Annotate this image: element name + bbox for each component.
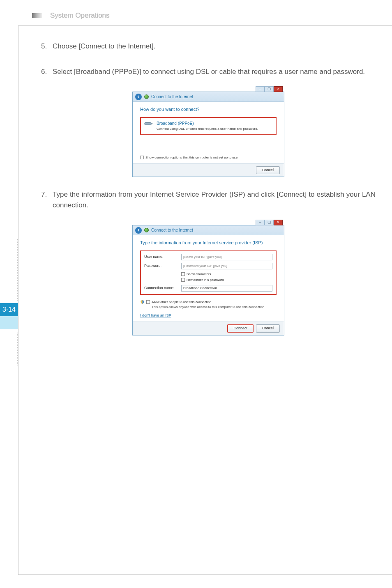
step-7: 7. Type the information from your Intern…: [41, 189, 376, 210]
window-maximize-button-2[interactable]: ▢: [265, 220, 274, 225]
show-other-options-label: Show connection options that this comput…: [145, 155, 238, 160]
allow-others-label: Allow other people to use this connectio…: [152, 300, 211, 305]
connection-name-label: Connection name:: [144, 285, 181, 291]
svg-rect-0: [145, 123, 151, 125]
show-chars-row: Show characters: [144, 272, 272, 277]
step-6: 6. Select [Broadband (PPPoE)] to connect…: [41, 67, 376, 77]
remember-label: Remember this password: [187, 278, 224, 283]
username-label: User name:: [144, 254, 181, 260]
shield-icon: [140, 300, 145, 304]
margin-dotted-bottom: [17, 333, 18, 365]
dialog1-heading: How do you want to connect?: [140, 106, 277, 113]
dialog-isp-info: – ▢ × Connect to the Internet Type the i…: [132, 225, 284, 335]
username-row: User name: [Name your ISP gave you]: [144, 254, 272, 260]
password-placeholder: [Password your ISP gave you]: [183, 264, 227, 269]
dialog1-title: Connect to the Internet: [151, 94, 193, 100]
step-5: 5. Choose [Connect to the Internet].: [41, 41, 376, 52]
dialog2-cancel-button[interactable]: Cancel: [256, 324, 280, 333]
remember-row: Remember this password: [144, 278, 272, 283]
back-button-2[interactable]: [135, 227, 142, 234]
arrow-left-icon: [137, 228, 141, 232]
connect-button[interactable]: Connect: [227, 324, 254, 333]
step-7-number: 7.: [41, 189, 53, 210]
connection-name-value: Broadband Connection: [183, 286, 217, 291]
dialog1-footer: Cancel: [133, 163, 284, 177]
dialog2-footer: Connect Cancel: [133, 322, 284, 335]
isp-form: User name: [Name your ISP gave you] Pass…: [140, 250, 277, 295]
no-isp-row: I don't have an ISP: [140, 313, 277, 319]
remember-checkbox[interactable]: Remember this password: [181, 278, 224, 283]
step-7-text: Type the information from your Internet …: [53, 189, 376, 210]
show-chars-label: Show characters: [187, 272, 211, 277]
content-area: 5. Choose [Connect to the Internet]. 6. …: [41, 41, 376, 340]
connection-name-input[interactable]: Broadband Connection: [181, 285, 272, 292]
show-other-options-row[interactable]: Show connection options that this comput…: [140, 155, 277, 160]
checkbox-icon[interactable]: [146, 300, 150, 304]
step-5-text: Choose [Connect to the Internet].: [53, 41, 376, 52]
dialog2-titlebar: Connect to the Internet: [133, 225, 284, 235]
broadband-option-title: Broadband (PPPoE): [157, 120, 258, 126]
page-number-tab: 3-14: [0, 303, 18, 316]
broadband-option[interactable]: Broadband (PPPoE) Connect using DSL or c…: [140, 117, 277, 135]
window-close-button[interactable]: ×: [274, 86, 283, 92]
modem-icon: [144, 120, 153, 127]
step-6-text: Select [Broadband (PPPoE)] to connect us…: [53, 67, 376, 77]
globe-icon: [144, 228, 149, 232]
dialog2-title: Connect to the Internet: [151, 227, 193, 233]
page-number-tab-accent: [0, 316, 18, 329]
window-minimize-button-2[interactable]: –: [256, 220, 265, 225]
broadband-option-subtitle: Connect using DSL or cable that requires…: [157, 126, 258, 131]
header-mark-icon: [32, 13, 42, 18]
password-label: Password:: [144, 263, 181, 269]
checkbox-icon[interactable]: [181, 278, 185, 282]
allow-others-row[interactable]: Allow other people to use this connectio…: [140, 300, 277, 305]
page-number: 3-14: [2, 306, 16, 313]
window-maximize-button[interactable]: ▢: [265, 86, 274, 92]
back-button[interactable]: [135, 94, 142, 100]
dialog1-cancel-button[interactable]: Cancel: [256, 166, 280, 175]
dialog2-body: Type the information from your Internet …: [133, 235, 284, 322]
margin-dotted-top: [17, 239, 18, 301]
no-isp-link[interactable]: I don't have an ISP: [140, 313, 171, 317]
window-minimize-button[interactable]: –: [256, 86, 265, 92]
globe-icon: [144, 94, 149, 99]
window-controls-2: – ▢ ×: [256, 220, 283, 225]
connection-name-row: Connection name: Broadband Connection: [144, 285, 272, 292]
page-header: System Operations: [32, 10, 392, 21]
header-title: System Operations: [50, 11, 110, 20]
window-controls: – ▢ ×: [256, 86, 283, 92]
dialog2-heading: Type the information from your Internet …: [140, 239, 277, 246]
username-input[interactable]: [Name your ISP gave you]: [181, 254, 272, 260]
username-placeholder: [Name your ISP gave you]: [183, 255, 221, 260]
password-input[interactable]: [Password your ISP gave you]: [181, 263, 272, 269]
checkbox-icon[interactable]: [181, 272, 185, 276]
password-row: Password: [Password your ISP gave you]: [144, 263, 272, 269]
show-chars-checkbox[interactable]: Show characters: [181, 272, 211, 277]
arrow-left-icon: [137, 95, 141, 99]
checkbox-icon[interactable]: [140, 156, 144, 159]
dialog-connect-method: – ▢ × Connect to the Internet How do you…: [132, 92, 284, 177]
dialog1-titlebar: Connect to the Internet: [133, 92, 284, 102]
step-5-number: 5.: [41, 41, 53, 52]
window-close-button-2[interactable]: ×: [274, 220, 283, 225]
dialog1-body: How do you want to connect? Broadband (P…: [133, 102, 284, 163]
allow-others-desc: This option allows anyone with access to…: [152, 305, 277, 310]
step-6-number: 6.: [41, 67, 53, 77]
